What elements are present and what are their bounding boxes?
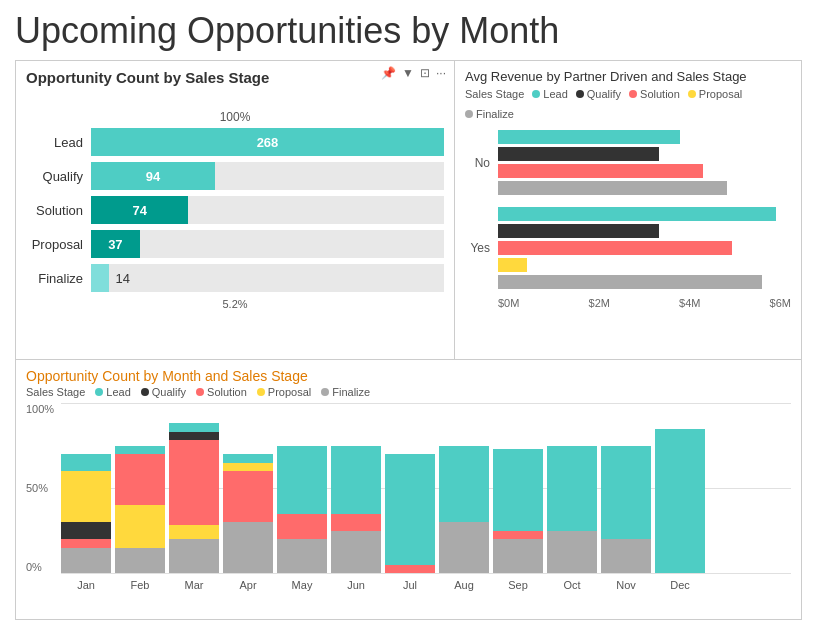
col-label: Feb: [131, 579, 150, 591]
bar-fill: 37: [91, 230, 140, 258]
stacked-segment: [601, 539, 651, 573]
legend-dot: [141, 388, 149, 396]
stacked-segment: [277, 514, 327, 540]
legend-dot: [95, 388, 103, 396]
revenue-bars: [498, 130, 791, 195]
stacked-segment: [115, 446, 165, 455]
legend-label: Qualify: [152, 386, 186, 398]
col-label: Dec: [670, 579, 690, 591]
bar-row: Proposal37: [26, 230, 444, 258]
legend-dot: [465, 110, 473, 118]
col-label: Jan: [77, 579, 95, 591]
stacked-segment: [655, 429, 705, 574]
rev-bar: [498, 147, 659, 161]
stacked-col: Nov: [601, 403, 651, 573]
stacked-col: Aug: [439, 403, 489, 573]
bar-track: 37: [91, 230, 444, 258]
stacked-segment: [331, 531, 381, 574]
bar-rows: Lead268Qualify94Solution74Proposal37Fina…: [26, 128, 444, 292]
legend-dot: [688, 90, 696, 98]
rev-bar: [498, 130, 680, 144]
stacked-segment: [115, 454, 165, 505]
y-axis-labels: 100%50%0%: [26, 403, 54, 573]
legend-label: Lead: [543, 88, 567, 100]
stacked-segment: [385, 454, 435, 565]
stacked-segment: [169, 440, 219, 525]
legend-dot: [196, 388, 204, 396]
revenue-group: Yes: [465, 207, 791, 289]
legend-dot: [576, 90, 584, 98]
legend-label: Finalize: [332, 386, 370, 398]
rev-bar: [498, 164, 703, 178]
legend-label: Solution: [207, 386, 247, 398]
bar-chart-container: 100% Lead268Qualify94Solution74Proposal3…: [26, 90, 444, 310]
monthly-legend: Sales StageLeadQualifySolutionProposalFi…: [26, 386, 791, 398]
page: Upcoming Opportunities by Month 📌 ▼ ⊡ ··…: [0, 0, 817, 633]
stacked-col: Apr: [223, 403, 273, 573]
y-axis-label: 100%: [26, 403, 54, 415]
bar-fill: 268: [91, 128, 444, 156]
pin-icon[interactable]: 📌: [381, 66, 396, 80]
bar-value-outside: 14: [109, 271, 129, 286]
stacked-col: Jun: [331, 403, 381, 573]
bar-track: 14: [91, 264, 444, 292]
stacked-col: Mar: [169, 403, 219, 573]
rev-bar: [498, 207, 776, 221]
legend-dot: [321, 388, 329, 396]
revenue-group: No: [465, 130, 791, 195]
stacked-segment: [223, 454, 273, 463]
stacked-segment: [439, 446, 489, 523]
dashboard-grid: 📌 ▼ ⊡ ··· Opportunity Count by Sales Sta…: [15, 60, 802, 620]
bar-row: Qualify94: [26, 162, 444, 190]
more-icon[interactable]: ···: [436, 66, 446, 80]
legend-item: Proposal: [688, 88, 742, 100]
legend-item: Finalize: [465, 108, 514, 120]
stacked-segment: [331, 514, 381, 531]
stacked-segment: [61, 454, 111, 471]
x-axis-label: $0M: [498, 297, 519, 309]
stacked-col: Feb: [115, 403, 165, 573]
legend-label: Qualify: [587, 88, 621, 100]
revenue-legend: Sales StageLeadQualifySolutionProposalFi…: [465, 88, 791, 120]
stacked-segment: [61, 539, 111, 548]
monthly-title: Opportunity Count by Month and Sales Sta…: [26, 368, 791, 384]
bar-label: Lead: [26, 135, 91, 150]
col-label: Aug: [454, 579, 474, 591]
expand-icon[interactable]: ⊡: [420, 66, 430, 80]
legend-label: Solution: [640, 88, 680, 100]
bar-track: 74: [91, 196, 444, 224]
col-label: Oct: [563, 579, 580, 591]
rev-bar: [498, 224, 659, 238]
monthly-legend-item: Proposal: [257, 386, 311, 398]
sales-stage-card: 📌 ▼ ⊡ ··· Opportunity Count by Sales Sta…: [15, 60, 455, 360]
bar-row: Lead268: [26, 128, 444, 156]
legend-label: Finalize: [476, 108, 514, 120]
stacked-segment: [61, 548, 111, 574]
stacked-segment: [547, 531, 597, 574]
revenue-chart-body: NoYes: [465, 130, 791, 289]
legend-dot: [532, 90, 540, 98]
stacked-segment: [169, 423, 219, 432]
revenue-group-label: No: [465, 156, 490, 170]
stacked-col: May: [277, 403, 327, 573]
legend-item: Qualify: [576, 88, 621, 100]
bar-label: Qualify: [26, 169, 91, 184]
stacked-segment: [493, 449, 543, 531]
stacked-segment: [547, 446, 597, 531]
revenue-bars: [498, 207, 791, 289]
monthly-card: Opportunity Count by Month and Sales Sta…: [15, 360, 802, 620]
gridline: [61, 573, 791, 574]
rev-bar: [498, 275, 762, 289]
filter-icon[interactable]: ▼: [402, 66, 414, 80]
stacked-segment: [277, 539, 327, 573]
col-label: Nov: [616, 579, 636, 591]
stacked-segment: [601, 446, 651, 540]
monthly-legend-item: Finalize: [321, 386, 370, 398]
legend-dot: [257, 388, 265, 396]
col-label: Jun: [347, 579, 365, 591]
stacked-segment: [169, 539, 219, 573]
bar-row: Solution74: [26, 196, 444, 224]
stacked-segment: [385, 565, 435, 574]
stacked-segment: [61, 522, 111, 539]
legend-label: Proposal: [699, 88, 742, 100]
